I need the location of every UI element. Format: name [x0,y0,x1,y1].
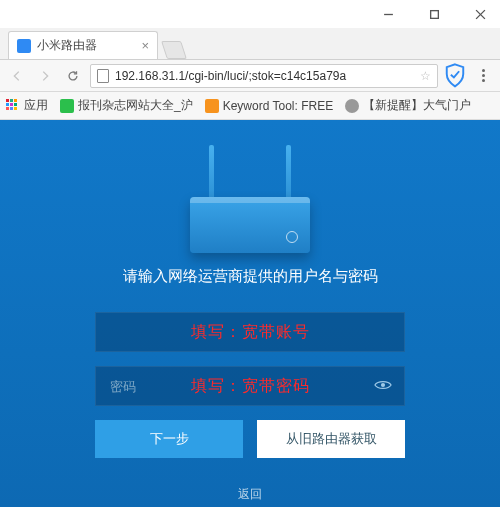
url-text: 192.168.31.1/cgi-bin/luci/;stok=c14c15a7… [115,69,414,83]
apps-icon [6,99,20,113]
setup-prompt: 请输入网络运营商提供的用户名与密码 [0,267,500,286]
window-close-button[interactable] [466,4,494,24]
bookmark-favicon [205,99,219,113]
password-input[interactable] [110,379,390,394]
toggle-password-visibility[interactable] [374,377,392,395]
url-field[interactable]: 192.168.31.1/cgi-bin/luci/;stok=c14c15a7… [90,64,438,88]
bookmark-favicon [345,99,359,113]
window-titlebar [0,0,500,28]
setup-form: 填写：宽带账号 填写：宽带密码 下一步 从旧路由器获取 返回 [95,312,405,503]
maximize-icon [429,9,440,20]
next-button-label: 下一步 [150,430,189,448]
svg-point-4 [381,383,385,387]
username-field-wrap: 填写：宽带账号 [95,312,405,352]
tab-strip: 小米路由器 × [0,28,500,60]
back-link-label: 返回 [238,487,262,501]
bookmark-item[interactable]: Keyword Tool: FREE [205,99,334,113]
eye-icon [374,379,392,391]
bookmark-label: 【新提醒】大气门户 [363,97,471,114]
import-button-label: 从旧路由器获取 [286,430,377,448]
nav-back-button[interactable] [6,65,28,87]
bookmark-bar: 应用 报刊杂志网站大全_沪 Keyword Tool: FREE 【新提醒】大气… [0,92,500,120]
svg-rect-1 [430,10,438,18]
bookmark-star-icon[interactable]: ☆ [420,69,431,83]
window-maximize-button[interactable] [420,4,448,24]
page-icon [97,69,109,83]
import-from-old-router-button[interactable]: 从旧路由器获取 [257,420,405,458]
username-input[interactable] [110,325,390,340]
security-shield-icon[interactable] [444,65,466,87]
browser-menu-button[interactable] [472,65,494,87]
next-button[interactable]: 下一步 [95,420,243,458]
nav-reload-button[interactable] [62,65,84,87]
bookmark-favicon [60,99,74,113]
apps-label: 应用 [24,97,48,114]
address-bar: 192.168.31.1/cgi-bin/luci/;stok=c14c15a7… [0,60,500,92]
bookmark-item[interactable]: 报刊杂志网站大全_沪 [60,97,193,114]
button-row: 下一步 从旧路由器获取 [95,420,405,458]
arrow-left-icon [10,69,24,83]
shield-icon [444,63,466,88]
apps-shortcut[interactable]: 应用 [6,97,48,114]
bookmark-item[interactable]: 【新提醒】大气门户 [345,97,471,114]
back-link[interactable]: 返回 [95,486,405,503]
bookmark-label: 报刊杂志网站大全_沪 [78,97,193,114]
router-illustration [175,138,325,253]
page-content: 请输入网络运营商提供的用户名与密码 填写：宽带账号 填写：宽带密码 下一步 从旧… [0,120,500,507]
reload-icon [66,69,80,83]
tab-close-button[interactable]: × [141,39,149,52]
close-icon [475,9,486,20]
minimize-icon [383,9,394,20]
arrow-right-icon [38,69,52,83]
nav-forward-button[interactable] [34,65,56,87]
tab-title: 小米路由器 [37,37,97,54]
tab-favicon [17,39,31,53]
new-tab-button[interactable] [161,41,187,59]
bookmark-label: Keyword Tool: FREE [223,99,334,113]
password-field-wrap: 填写：宽带密码 [95,366,405,406]
window-minimize-button[interactable] [374,4,402,24]
browser-tab[interactable]: 小米路由器 × [8,31,158,59]
